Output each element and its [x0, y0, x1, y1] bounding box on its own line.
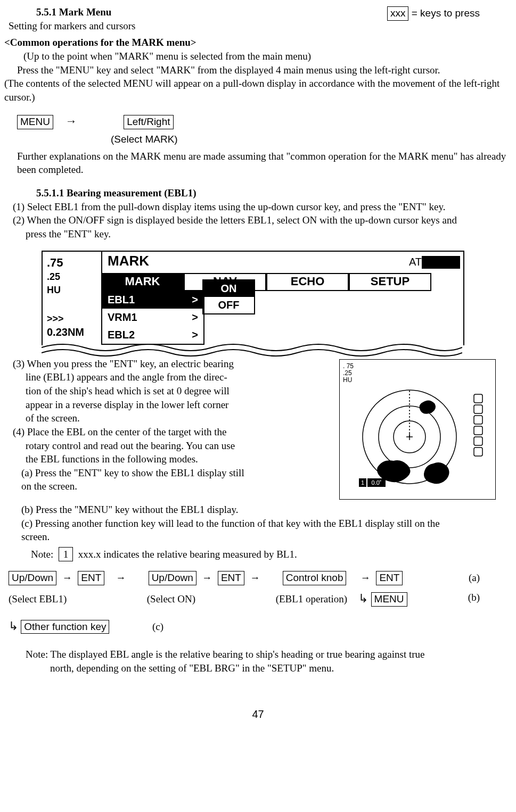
note-2-l1: Note: The displayed EBL angle is the rel…: [26, 648, 512, 661]
dropdown-ebl2-label: EBL2: [108, 328, 135, 342]
keys-tip: xxx = keys to press: [387, 6, 480, 21]
item-2b: press the "ENT" key.: [26, 227, 512, 241]
radar-sub1: .25: [343, 369, 352, 377]
menu-tabs: MARK NAV ECHO SETUP: [101, 273, 431, 291]
flow-row-2: (Select EBL1) (Select ON) (EBL1 operatio…: [9, 591, 512, 607]
dropdown-ebl2-mark: >: [192, 328, 198, 342]
svg-rect-4: [474, 426, 482, 435]
dropdown-ebl1-label: EBL1: [108, 293, 135, 307]
tab-mark[interactable]: MARK: [101, 274, 184, 291]
note1-box: 1: [59, 547, 73, 562]
radar-range: . 75: [343, 362, 354, 370]
onoff-on[interactable]: ON: [203, 280, 254, 297]
flow-sel-on: (Select ON): [147, 593, 195, 604]
svg-rect-5: [474, 437, 482, 445]
common-ops-line2: Press the "MENU" key and select "MARK" f…: [17, 63, 512, 77]
svg-rect-2: [474, 405, 482, 413]
section-subtitle: Setting for markers and cursors: [9, 19, 512, 33]
radar-sub2: HU: [343, 376, 352, 384]
svg-rect-6: [474, 448, 482, 456]
onoff-box: ON OFF: [202, 279, 255, 314]
torn-edge-icon: [42, 341, 462, 357]
flow-sel-ebl1: (Select EBL1): [9, 593, 67, 604]
range-value: .75: [47, 255, 100, 271]
radar-tag1: 1: [361, 479, 364, 486]
note-1: Note: 1 xxx.x indicates the relative bea…: [31, 547, 512, 562]
key-ent-2: ENT: [218, 571, 244, 585]
item-4c2: screen.: [21, 530, 512, 544]
item-2a: (2) When the ON/OFF sign is displayed be…: [13, 213, 512, 227]
tab-setup[interactable]: SETUP: [349, 274, 431, 291]
key-menu: MENU: [17, 115, 53, 129]
at-indicator: AT: [409, 255, 460, 269]
range-sub2: HU: [47, 284, 100, 296]
note1-label: Note:: [31, 549, 53, 560]
menu-sequence-1: MENU → Left/Right: [17, 113, 512, 129]
common-ops-line1: (Up to the point when "MARK" menu is sel…: [23, 49, 512, 63]
arrow-icon: →: [116, 572, 126, 583]
common-ops-line3: (The contents of the selected MENU will …: [4, 77, 512, 104]
key-updown-2: Up/Down: [149, 571, 196, 585]
key-leftright: Left/Right: [124, 115, 173, 129]
onoff-off[interactable]: OFF: [203, 297, 254, 313]
select-mark-label: (Select MARK): [111, 132, 512, 146]
key-other-function: Other function key: [21, 620, 109, 634]
range-chevrons: >>>: [47, 313, 64, 324]
flow-row-1: Up/Down → ENT → Up/Down → ENT → Control …: [9, 571, 512, 585]
subsection-heading: 5.5.1.1 Bearing measurement (EBL1): [36, 186, 512, 200]
flow-tag-a: (a): [469, 571, 480, 585]
arrow-icon: →: [202, 572, 212, 583]
range-nm: 0.23NM: [47, 326, 84, 338]
flow-ebl-op: (EBL1 operation): [276, 593, 348, 604]
key-menu-2: MENU: [371, 592, 407, 607]
note1-text: xxx.x indicates the relative bearing mea…: [78, 549, 297, 560]
arrow-icon: →: [65, 113, 77, 129]
further-text: Further explanations on the MARK menu ar…: [17, 150, 512, 177]
dropdown-ebl1-mark: >: [192, 293, 198, 307]
arrow-icon: →: [62, 572, 72, 583]
key-control-knob: Control knob: [283, 571, 347, 585]
keys-tip-box: xxx: [387, 6, 409, 21]
at-label: AT: [409, 256, 422, 268]
radar-deg: 0.0˚: [372, 479, 382, 486]
key-ent-1: ENT: [78, 571, 104, 585]
key-ent-3: ENT: [376, 571, 403, 585]
flow-tag-c: (c): [152, 621, 163, 632]
radar-diagram: . 75 .25 HU 1 0.0˚: [339, 359, 496, 500]
dropdown-vrm1-mark: >: [192, 310, 198, 325]
mark-dropdown: EBL1 > VRM1 > EBL2 >: [101, 290, 204, 345]
flow-row-3: ↳ Other function key (c): [9, 618, 512, 634]
page-number: 47: [4, 707, 512, 722]
at-block: [422, 256, 460, 269]
dropdown-ebl1[interactable]: EBL1 >: [102, 291, 203, 309]
dropdown-vrm1[interactable]: VRM1 >: [102, 309, 203, 326]
common-ops-heading: <Common operations for the MARK menu>: [4, 36, 512, 49]
item-1: (1) Select EBL1 from the pull-down displ…: [13, 200, 512, 214]
arrow-icon: →: [250, 572, 260, 583]
range-sub1: .25: [47, 270, 100, 283]
key-updown-1: Up/Down: [9, 571, 56, 585]
keys-tip-text: = keys to press: [412, 7, 480, 19]
tab-echo[interactable]: ECHO: [266, 274, 349, 291]
note-2-l2: north, depending on the setting of "EBL …: [50, 661, 512, 675]
dropdown-vrm1-label: VRM1: [108, 310, 137, 325]
svg-rect-3: [474, 416, 482, 424]
item-4b: (b) Press the "MENU" key without the EBL…: [21, 503, 512, 517]
arrow-icon: →: [361, 572, 371, 583]
menu-screenshot: .75 .25 HU >>> 0.23NM MARK AT MARK NAV E…: [42, 251, 464, 345]
radar-svg: 1 0.0˚: [343, 384, 485, 490]
item-4c: (c) Pressing another function key will l…: [21, 517, 512, 531]
flow-tag-b: (b): [468, 591, 480, 604]
svg-rect-1: [474, 394, 482, 403]
